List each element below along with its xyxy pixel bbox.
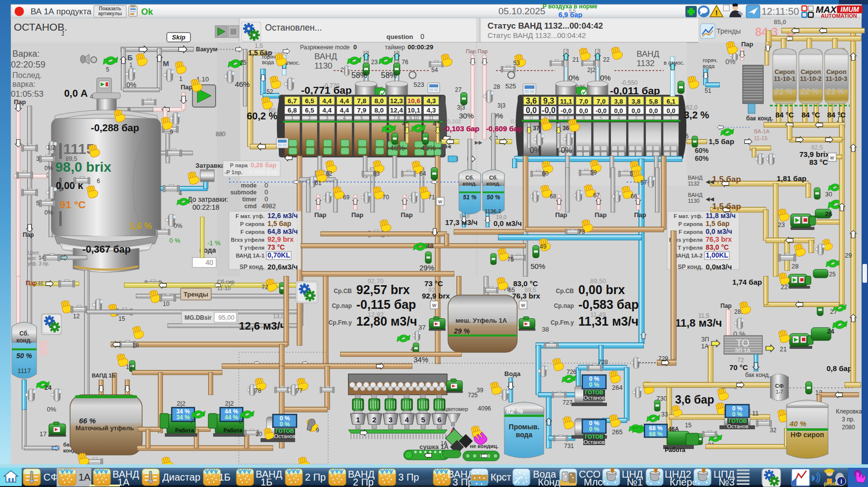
svg-text:Ср.СВ: Ср.СВ <box>334 288 352 295</box>
svg-text:Пар: Пар <box>314 211 327 219</box>
svg-text:10: 10 <box>163 300 170 307</box>
svg-text:84 °C: 84 °C <box>827 111 846 119</box>
svg-text:0%: 0% <box>174 223 183 229</box>
svg-text:Млс: Млс <box>584 477 603 487</box>
svg-text:Пар: Пар <box>720 302 732 309</box>
svg-text:76: 76 <box>402 59 409 66</box>
svg-text:28: 28 <box>493 83 500 90</box>
svg-text:0%: 0% <box>561 146 572 154</box>
svg-text:36: 36 <box>563 125 569 132</box>
svg-text:48: 48 <box>426 242 433 250</box>
svg-text:-0,011 бар: -0,011 бар <box>610 85 660 96</box>
svg-text:11,31 м3/ч: 11,31 м3/ч <box>578 314 639 328</box>
svg-text:F мат. утф.: F мат. утф. <box>674 213 703 219</box>
svg-text:1,5 бар: 1,5 бар <box>709 137 734 146</box>
svg-text:2: 2 <box>308 115 311 121</box>
svg-text:Работа: Работа <box>665 447 685 453</box>
svg-text:бак конд.: бак конд. <box>745 372 770 378</box>
svg-text:22 %: 22 % <box>800 87 819 96</box>
svg-text:НФ сироп: НФ сироп <box>791 431 824 439</box>
svg-text:523: 523 <box>414 81 424 88</box>
svg-text:Skip: Skip <box>172 34 186 41</box>
svg-text:Тренды: Тренды <box>184 291 208 298</box>
svg-text:50%: 50% <box>530 262 545 270</box>
svg-text:76,3 brx: 76,3 brx <box>706 235 732 243</box>
svg-text:-0,367 бар: -0,367 бар <box>82 244 131 255</box>
svg-text:mode: mode <box>241 182 257 189</box>
svg-text:2|2: 2|2 <box>177 400 186 407</box>
svg-text:1132: 1132 <box>637 59 655 68</box>
svg-text:23: 23 <box>778 221 785 228</box>
svg-text:8,0: 8,0 <box>375 97 384 105</box>
svg-text:Ср.пар: Ср.пар <box>332 302 352 309</box>
svg-text:91 °C: 91 °C <box>60 199 86 210</box>
svg-text:ВАНД: ВАНД <box>688 192 703 198</box>
svg-text:Б: Б <box>127 53 133 62</box>
svg-text:IMUM: IMUM <box>840 5 859 13</box>
svg-text:Р пара: Р пара <box>230 162 248 168</box>
svg-text:ВАНД: ВАНД <box>314 52 337 61</box>
svg-text:6,1: 6,1 <box>667 98 676 105</box>
svg-text:ВА-1А: ВА-1А <box>754 128 770 134</box>
svg-text:73,9 brix: 73,9 brix <box>799 150 830 158</box>
svg-text:артикулы: артикулы <box>98 11 122 16</box>
svg-text:34 %: 34 % <box>176 414 190 421</box>
svg-text:12,4: 12,4 <box>390 107 403 114</box>
svg-text:0,0: 0,0 <box>614 107 623 114</box>
svg-text:1117: 1117 <box>18 367 31 375</box>
svg-text:8: 8 <box>239 417 242 425</box>
svg-text:ВА 1А продукта: ВА 1А продукта <box>31 7 92 16</box>
svg-text:53: 53 <box>513 60 520 67</box>
svg-text:Ср.пар: Ср.пар <box>554 302 574 309</box>
svg-text:СФ: СФ <box>43 472 58 483</box>
svg-text:6: 6 <box>437 415 441 424</box>
svg-text:0,0: 0,0 <box>632 107 641 114</box>
svg-text:26: 26 <box>825 210 832 218</box>
svg-text:угф. 3 пр.: угф. 3 пр. <box>28 261 50 266</box>
svg-text:30%: 30% <box>459 112 474 120</box>
svg-text:726: 726 <box>566 369 576 375</box>
svg-text:29%: 29% <box>419 263 434 272</box>
svg-text:72: 72 <box>737 357 744 364</box>
svg-text:ВАНД: ВАНД <box>637 49 659 59</box>
svg-text:77: 77 <box>296 387 303 394</box>
svg-text:49%: 49% <box>421 144 436 152</box>
svg-text:prod: prod <box>824 481 836 487</box>
svg-text:11: 11 <box>752 410 759 417</box>
svg-text:-0,771 бар: -0,771 бар <box>301 84 352 96</box>
svg-text:Т утфеля: Т утфеля <box>678 245 703 251</box>
svg-text:525: 525 <box>505 82 516 90</box>
svg-text:0,0 м3/ч: 0,0 м3/ч <box>493 219 522 227</box>
svg-text:0,26 бар: 0,26 бар <box>251 161 276 169</box>
svg-text:▶▶: ▶▶ <box>475 140 483 145</box>
svg-text:1,5 бар: 1,5 бар <box>267 220 291 227</box>
svg-text:1,74 бар: 1,74 бар <box>732 278 762 286</box>
svg-text:37: 37 <box>533 125 540 132</box>
svg-text:Ср.Fm.у: Ср.Fm.у <box>551 319 574 326</box>
svg-text:AUTOMATION: AUTOMATION <box>821 13 857 19</box>
svg-text:71: 71 <box>428 194 435 201</box>
svg-text:0%: 0% <box>725 58 735 66</box>
svg-text:0%: 0% <box>529 146 541 154</box>
svg-text:0: 0 <box>353 43 357 51</box>
svg-text:4,4: 4,4 <box>322 107 332 114</box>
svg-text:Пар: Пар <box>23 231 34 238</box>
svg-text:27: 27 <box>455 86 462 93</box>
svg-text:02:20:59: 02:20:59 <box>11 60 45 70</box>
svg-text:в атмос.: в атмос. <box>664 60 684 66</box>
svg-text:-0,102: -0,102 <box>446 118 461 124</box>
svg-text:0,0м3/ч: 0,0м3/ч <box>706 262 732 271</box>
svg-text:6,5: 6,5 <box>305 97 314 105</box>
svg-text:60: 60 <box>542 170 549 177</box>
svg-text:1А: 1А <box>701 343 709 350</box>
svg-text:3,6 бар: 3,6 бар <box>675 393 714 406</box>
svg-text:Послед.: Послед. <box>12 71 42 79</box>
svg-text:question: question <box>386 33 413 40</box>
svg-text:Варка:: Варка: <box>12 49 39 59</box>
svg-text:61: 61 <box>315 180 322 187</box>
svg-text:5: 5 <box>36 200 39 207</box>
svg-text:-0,0: -0,0 <box>561 107 571 114</box>
svg-text:50 %: 50 % <box>16 352 32 360</box>
svg-text:4: 4 <box>179 190 182 197</box>
svg-text:10,6: 10,6 <box>407 97 420 105</box>
